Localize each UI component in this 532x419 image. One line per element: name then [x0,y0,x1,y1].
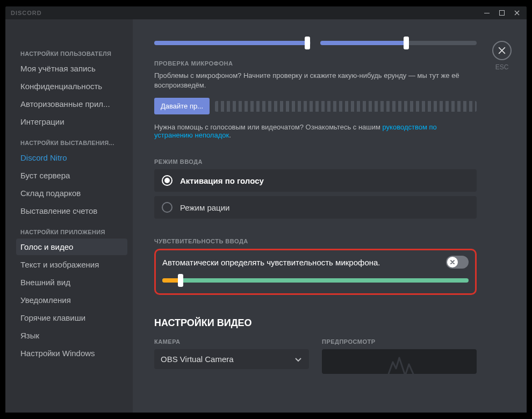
camera-label: КАМЕРА [154,338,309,345]
sidebar-item-text[interactable]: Текст и изображения [16,256,127,273]
mic-help-pre: Нужна помощь с голосовым или видеочатом?… [154,123,383,131]
close-settings-label: ESC [495,63,509,71]
sidebar-header-app: НАСТРОЙКИ ПРИЛОЖЕНИЯ [20,229,127,235]
app-brand: DISCORD [11,10,42,16]
sidebar-header-user: НАСТРОЙКИ ПОЛЬЗОВАТЕЛЯ [20,50,127,57]
input-volume-slider[interactable] [154,41,311,45]
titlebar: DISCORD [5,6,527,19]
sidebar-item-voice[interactable]: Голос и видео [16,239,127,255]
close-settings-button[interactable] [492,41,512,60]
preview-col: ПРЕДПРОСМОТР [322,338,477,374]
radio-icon [162,202,172,213]
input-mode-ptt-label: Режим рации [180,203,229,212]
sidebar-item-language[interactable]: Язык [16,327,127,344]
preview-placeholder-icon [378,352,421,374]
auto-sensitivity-toggle[interactable] [446,256,469,269]
sidebar-item-billing[interactable]: Выставление счетов [16,203,127,219]
preview-label: ПРЕДПРОСМОТР [322,338,477,345]
mic-check-header: ПРОВЕРКА МИКРОФОНА [154,60,477,67]
toggle-knob [447,257,458,268]
sidebar-item-account[interactable]: Моя учётная запись [16,60,127,77]
x-icon [449,259,456,265]
camera-select[interactable]: OBS Virtual Camera [154,349,309,369]
sidebar-item-windows[interactable]: Настройки Windows [16,345,127,362]
input-mode-header: РЕЖИМ ВВОДА [154,158,477,165]
mic-check-desc: Проблемы с микрофоном? Начните проверку … [154,71,477,90]
camera-preview [322,349,477,374]
auto-sensitivity-row: Автоматически определять чувствительност… [162,256,469,269]
app-body: НАСТРОЙКИ ПОЛЬЗОВАТЕЛЯ Моя учётная запис… [5,19,527,413]
svg-rect-1 [500,11,505,16]
sidebar-item-privacy[interactable]: Конфиденциальность [16,78,127,95]
sidebar-item-keybinds[interactable]: Горячие клавиши [16,309,127,326]
mic-check-button[interactable]: Давайте пр... [154,98,210,114]
minimize-button[interactable] [479,7,494,19]
sensitivity-header: ЧУВСТВИТЕЛЬНОСТЬ ВВОДА [154,238,477,244]
video-row: КАМЕРА OBS Virtual Camera ПРЕДПРОСМОТР [154,338,477,374]
input-mode-ptt[interactable]: Режим рации [154,196,477,219]
input-mode-voice-label: Активация по голосу [180,176,264,185]
close-settings: ESC [492,41,512,71]
output-volume-slider[interactable] [320,41,477,45]
radio-icon [162,175,172,186]
auto-sensitivity-label: Автоматически определять чувствительност… [162,258,380,267]
sidebar-header-billing: НАСТРОЙКИ ВЫСТАВЛЕНИЯ... [20,140,127,146]
svg-rect-0 [484,13,490,13]
sidebar-item-gifts[interactable]: Склад подарков [16,185,127,201]
sidebar-item-authorized[interactable]: Авторизованные прил... [16,96,127,112]
sensitivity-block: Автоматически определять чувствительност… [154,249,477,295]
volume-sliders [154,41,477,45]
chevron-down-icon [294,355,303,364]
sidebar-item-integrations[interactable]: Интеграции [16,113,127,130]
close-window-button[interactable] [509,7,524,19]
sidebar-item-boost[interactable]: Буст сервера [16,167,127,184]
close-icon [498,46,506,55]
mic-help-post: . [229,131,231,139]
sidebar-item-appearance[interactable]: Внешний вид [16,274,127,291]
content-inner: ПРОВЕРКА МИКРОФОНА Проблемы с микрофоном… [154,41,477,374]
camera-col: КАМЕРА OBS Virtual Camera [154,338,309,374]
camera-value: OBS Virtual Camera [161,355,234,364]
input-mode-section: РЕЖИМ ВВОДА Активация по голосу Режим ра… [154,158,477,219]
window-controls [479,7,524,19]
sidebar-item-notifications[interactable]: Уведомления [16,292,127,308]
input-mode-voice[interactable]: Активация по голосу [154,169,477,192]
settings-sidebar[interactable]: НАСТРОЙКИ ПОЛЬЗОВАТЕЛЯ Моя учётная запис… [5,19,133,413]
mic-level-meter [215,101,477,112]
mic-check-row: Давайте пр... [154,98,477,114]
settings-content[interactable]: ESC ПРОВЕРКА МИКРОФОНА Проблемы с микроф… [133,19,527,413]
maximize-button[interactable] [494,7,509,19]
sensitivity-slider[interactable] [162,278,469,283]
sidebar-item-nitro[interactable]: Discord Nitro [16,149,127,166]
mic-help-text: Нужна помощь с голосовым или видеочатом?… [154,123,477,139]
video-settings-header: НАСТРОЙКИ ВИДЕО [154,317,477,329]
window: DISCORD НАСТРОЙКИ ПОЛЬЗОВАТЕЛЯ Моя учётн… [5,6,527,413]
